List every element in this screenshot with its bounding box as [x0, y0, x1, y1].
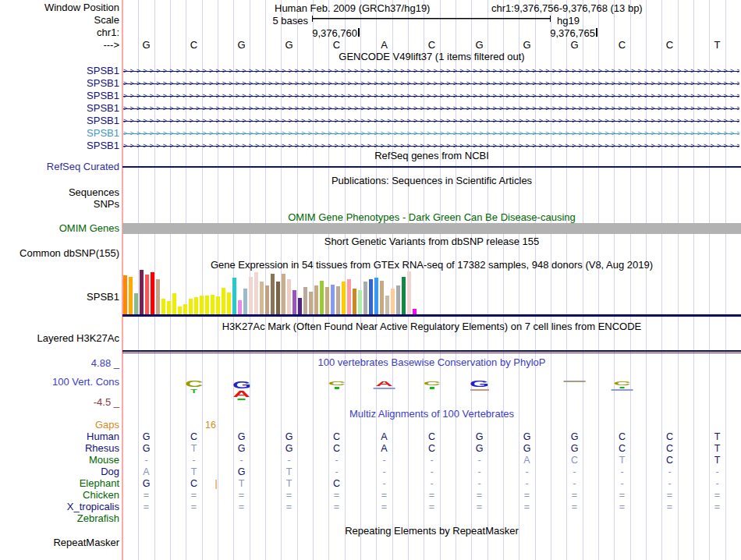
alignment-cell[interactable]: G [143, 478, 151, 490]
alignment-cell[interactable]: = [524, 490, 530, 502]
alignment-cell[interactable]: = [239, 490, 244, 502]
alignment-cell[interactable]: = [381, 502, 387, 513]
alignment-cell[interactable]: G [238, 466, 246, 478]
alignment-cell[interactable]: G [238, 443, 246, 455]
gtex-tissue-bar[interactable] [287, 279, 291, 314]
omim-genes-label[interactable]: OMIM Genes [59, 223, 119, 234]
repeatmasker-track-title[interactable]: Repeating Elements by RepeatMasker [122, 526, 741, 537]
alignment-cell[interactable]: = [334, 490, 339, 502]
sequences-label[interactable]: Sequences [69, 187, 119, 198]
alignment-cell[interactable]: C [666, 431, 673, 443]
omim-gene-bar[interactable] [122, 223, 741, 234]
species-label[interactable]: Chicken [83, 490, 119, 501]
alignment-cell[interactable]: - [525, 478, 528, 490]
gtex-tissue-bar[interactable] [151, 272, 154, 314]
alignment-cell[interactable]: = [667, 490, 672, 502]
gtex-tissue-bar[interactable] [222, 288, 225, 314]
alignment-cell[interactable]: - [335, 455, 338, 466]
gtex-tissue-bar[interactable] [282, 274, 285, 314]
alignment-cell[interactable]: G [143, 443, 151, 455]
gtex-tissue-bar[interactable] [140, 270, 144, 314]
alignment-cell[interactable]: - [668, 466, 671, 478]
alignment-cell[interactable]: T [714, 443, 721, 455]
conservation-logo[interactable]: CT [190, 380, 197, 394]
gtex-tissue-bar[interactable] [363, 282, 367, 314]
refseq-gene-line[interactable] [122, 166, 741, 168]
repeatmasker-label[interactable]: RepeatMasker [53, 537, 119, 548]
gtex-tissue-bar[interactable] [167, 301, 171, 314]
gtex-tissue-bar[interactable] [314, 285, 318, 314]
gtex-tissue-bar[interactable] [260, 282, 264, 314]
alignment-cell[interactable]: G [571, 431, 579, 443]
gtex-tissue-bar[interactable] [161, 299, 165, 314]
alignment-cell[interactable]: - [477, 478, 480, 490]
gtex-tissue-bar[interactable] [156, 279, 160, 314]
gtex-tissue-bar[interactable] [320, 281, 324, 314]
gtex-tissue-bar[interactable] [216, 296, 220, 314]
gtex-tissue-bar[interactable] [265, 285, 269, 314]
species-label[interactable]: Gaps [95, 420, 119, 431]
gtex-tissue-bar[interactable] [145, 275, 149, 314]
gtex-tissue-bar[interactable] [227, 292, 231, 314]
gtex-tissue-bar[interactable] [402, 277, 406, 314]
gtex-tissue-bar[interactable] [123, 275, 127, 314]
alignment-cell[interactable]: T [191, 466, 197, 478]
alignment-cell[interactable]: - [430, 455, 433, 466]
gtex-tissue-bar[interactable] [369, 279, 373, 314]
gtex-tissue-bar[interactable] [342, 282, 346, 314]
conservation-logo[interactable] [563, 380, 586, 382]
alignment-cell[interactable]: C [666, 455, 673, 466]
alignment-cell[interactable]: T [239, 478, 245, 490]
alignment-cell[interactable]: = [714, 490, 720, 502]
alignment-cell[interactable]: G [523, 431, 531, 443]
gtex-tissue-bar[interactable] [211, 295, 214, 314]
species-label[interactable]: Zebrafish [77, 513, 119, 524]
alignment-cell[interactable]: T [714, 455, 721, 466]
gtex-tissue-bar[interactable] [303, 287, 307, 314]
alignment-cell[interactable]: = [191, 502, 197, 513]
alignment-cell[interactable]: - [430, 478, 433, 490]
alignment-cell[interactable]: = [619, 490, 625, 502]
alignment-cell[interactable]: G [285, 431, 293, 443]
alignment-cell[interactable]: - [382, 478, 385, 490]
alignment-cell[interactable]: C [190, 478, 197, 490]
alignment-cell[interactable]: T [619, 455, 626, 466]
alignment-cell[interactable]: C [619, 443, 626, 455]
gtex-tissue-bar[interactable] [129, 277, 133, 314]
gene-label[interactable]: SPSB1 [87, 115, 119, 126]
gene-label[interactable]: SPSB1 [87, 140, 119, 151]
alignment-cell[interactable]: - [239, 455, 243, 466]
alignment-cell[interactable]: C [333, 443, 340, 455]
conservation-track-label[interactable]: 100 Vert. Cons [52, 377, 119, 388]
gtex-tissue-bar[interactable] [249, 277, 253, 314]
species-label[interactable]: Elephant [80, 478, 119, 489]
alignment-cell[interactable]: - [573, 466, 576, 478]
alignment-cell[interactable]: = [619, 502, 625, 513]
gtex-tissue-bar[interactable] [347, 279, 351, 314]
gtex-tissue-bar[interactable] [194, 297, 198, 314]
gene-transcript-arrows[interactable]: >>>>>>>>>>>>>>>>>>>>>>>>>>>>>>>>>>>>>>>>… [123, 102, 739, 115]
alignment-cell[interactable]: C [190, 431, 197, 443]
gtex-tissue-bar[interactable] [391, 289, 395, 314]
alignment-cell[interactable]: - [620, 466, 623, 478]
gene-transcript-arrows[interactable]: >>>>>>>>>>>>>>>>>>>>>>>>>>>>>>>>>>>>>>>>… [123, 115, 739, 127]
alignment-cell[interactable]: T [191, 443, 197, 455]
alignment-cell[interactable]: C [619, 431, 626, 443]
conservation-logo[interactable]: C [332, 380, 340, 389]
alignment-cell[interactable]: G [285, 443, 293, 455]
alignment-cell[interactable]: - [715, 466, 718, 478]
alignment-cell[interactable]: - [668, 478, 671, 490]
publications-track-title[interactable]: Publications: Sequences in Scientific Ar… [122, 175, 741, 186]
conservation-logo[interactable]: C [427, 380, 435, 389]
gtex-tissue-bar[interactable] [385, 296, 389, 314]
gtex-tissue-bar[interactable] [172, 293, 176, 314]
alignment-cell[interactable]: - [525, 466, 528, 478]
alignment-cell[interactable]: = [667, 502, 672, 513]
alignment-cell[interactable]: = [191, 490, 197, 502]
h3k27ac-track-title[interactable]: H3K27Ac Mark (Often Found Near Active Re… [122, 321, 741, 332]
gene-transcript-arrows[interactable]: >>>>>>>>>>>>>>>>>>>>>>>>>>>>>>>>>>>>>>>>… [123, 77, 739, 90]
gencode-track-title[interactable]: GENCODE V49lift37 (1 items filtered out) [122, 51, 741, 62]
refseq-curated-label[interactable]: RefSeq Curated [47, 161, 119, 172]
species-label[interactable]: Dog [101, 466, 119, 477]
alignment-cell[interactable]: C [428, 443, 435, 455]
